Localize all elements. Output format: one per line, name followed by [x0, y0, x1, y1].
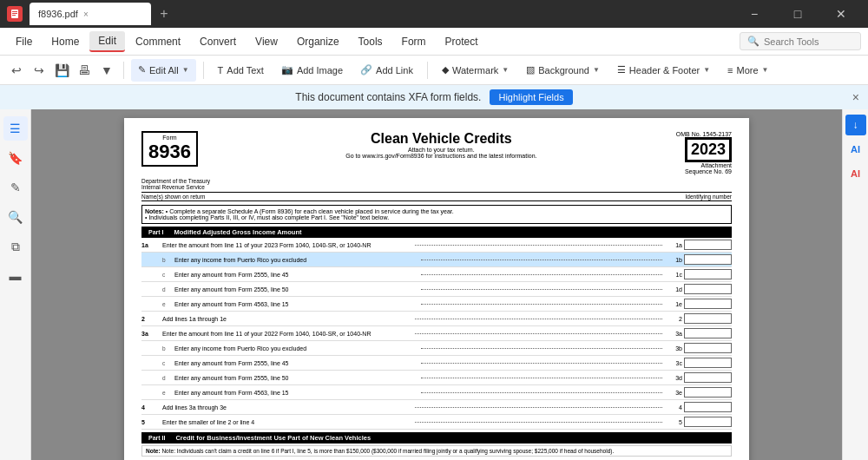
row-1c-ref: 1c — [667, 272, 682, 278]
menu-file[interactable]: File — [7, 32, 41, 51]
row-3b-sub: b — [162, 345, 173, 352]
tax-year: 2023 — [685, 137, 732, 162]
minimize-button[interactable]: − — [734, 0, 774, 28]
edit-all-button[interactable]: ✎ Edit All ▼ — [131, 59, 196, 82]
active-tab[interactable]: f8936.pdf × — [30, 3, 151, 25]
xfa-banner: This document contains XFA form fields. … — [0, 85, 868, 109]
row-1d-sub: d — [162, 286, 173, 292]
form-dept-row: Department of the Treasury Internal Reve… — [141, 178, 732, 190]
tab-label: f8936.pdf — [38, 9, 78, 19]
row-1a: 1a Enter the amount from line 11 of your… — [141, 238, 732, 253]
sidebar-icon-pages[interactable]: ▬ — [3, 264, 28, 288]
row-3c-sub: c — [162, 360, 173, 366]
row-1a-desc: Enter the amount from line 11 of your 20… — [162, 242, 411, 248]
ai-icon-blue[interactable]: AI — [845, 139, 866, 160]
form-number-box: Form 8936 — [141, 131, 198, 167]
redo-button[interactable]: ↪ — [30, 61, 49, 80]
menu-view[interactable]: View — [247, 32, 286, 51]
svg-rect-1 — [12, 11, 17, 12]
row-3e-sub: e — [162, 390, 173, 396]
notes-item-1: • Individuals completing Parts II, III, … — [145, 214, 389, 220]
maximize-button[interactable]: □ — [778, 0, 818, 28]
part-i-header: Part I Modified Adjusted Gross Income Am… — [141, 227, 732, 238]
add-image-button[interactable]: 📷 Add Image — [274, 59, 350, 82]
search-box[interactable]: 🔍 — [740, 32, 861, 50]
toolbar-separator-3 — [427, 62, 428, 79]
print-button[interactable]: 🖶 — [75, 61, 94, 80]
toolbar: ↩ ↪ 💾 🖶 ▼ ✎ Edit All ▼ T Add Text 📷 Add … — [0, 56, 868, 85]
download-icon[interactable]: ↓ — [845, 115, 866, 135]
row-3d-field[interactable] — [684, 372, 732, 383]
row-5-num: 5 — [141, 419, 161, 425]
add-text-button[interactable]: T Add Text — [211, 59, 271, 82]
watermark-dropdown-icon: ▼ — [502, 66, 509, 74]
menu-tools[interactable]: Tools — [350, 32, 391, 51]
close-button[interactable]: ✕ — [821, 0, 861, 28]
svg-rect-3 — [12, 15, 16, 16]
row-1b-desc: Enter any income from Puerto Rico you ex… — [174, 257, 417, 263]
sequence-label: Sequence No. 69 — [676, 168, 732, 174]
undo-button[interactable]: ↩ — [7, 61, 26, 80]
highlight-fields-button[interactable]: Highlight Fields — [490, 89, 572, 105]
row-4-num: 4 — [141, 404, 161, 411]
row-5: 5 Enter the smaller of line 2 or line 4 … — [141, 415, 732, 430]
row-3c-field[interactable] — [684, 358, 732, 368]
new-tab-button[interactable]: + — [155, 4, 174, 23]
form-number: 8936 — [148, 141, 191, 163]
row-4-field[interactable] — [684, 402, 732, 412]
row-5-field[interactable] — [684, 417, 732, 427]
menu-convert[interactable]: Convert — [191, 32, 245, 51]
row-1a-num: 1a — [141, 242, 161, 248]
row-3b-field[interactable] — [684, 343, 732, 353]
row-1a-field[interactable] — [684, 240, 732, 250]
dept-info: Department of the Treasury Internal Reve… — [141, 178, 210, 190]
banner-close-button[interactable]: × — [852, 90, 859, 104]
add-link-button[interactable]: 🔗 Add Link — [353, 59, 420, 82]
form-subtitle: Attach to your tax return. — [207, 147, 676, 153]
search-input[interactable] — [764, 36, 853, 47]
row-1c-desc: Enter any amount from Form 2555, line 45 — [174, 272, 417, 278]
background-button[interactable]: ▧ Background ▼ — [519, 59, 607, 82]
row-1e-ref: 1e — [667, 301, 682, 307]
app-icon — [7, 6, 23, 22]
menu-organize[interactable]: Organize — [288, 32, 348, 51]
part-i-label: Part I — [145, 228, 168, 236]
sidebar-icon-edit[interactable]: ✎ — [3, 175, 28, 200]
row-3a-field[interactable] — [684, 328, 732, 338]
dept-label: Department of the Treasury — [141, 178, 210, 184]
more-icon: ≡ — [727, 65, 733, 76]
sidebar-icon-menu[interactable]: ☰ — [3, 116, 28, 141]
row-2-field[interactable] — [684, 313, 732, 324]
name-row: Name(s) shown on return Identifying numb… — [141, 192, 732, 201]
watermark-button[interactable]: ◆ Watermark ▼ — [435, 59, 516, 82]
row-1b-field[interactable] — [684, 254, 732, 265]
row-1c-field[interactable] — [684, 269, 732, 279]
menu-protect[interactable]: Protect — [437, 32, 487, 51]
header-footer-button[interactable]: ☰ Header & Footer ▼ — [610, 59, 717, 82]
pdf-scroll-area[interactable]: Form 8936 Clean Vehicle Credits Attach t… — [31, 109, 842, 460]
row-1d-field[interactable] — [684, 284, 732, 294]
more-dropdown-icon: ▼ — [762, 66, 769, 74]
search-icon: 🔍 — [747, 36, 760, 47]
save-button[interactable]: 💾 — [52, 61, 71, 80]
menu-home[interactable]: Home — [43, 32, 88, 51]
row-5-ref: 5 — [667, 419, 682, 425]
sidebar-icon-search[interactable]: 🔍 — [3, 205, 28, 229]
tab-area: f8936.pdf × + — [30, 3, 727, 25]
more-button[interactable]: ≡ More ▼ — [720, 59, 775, 82]
row-3e-field[interactable] — [684, 387, 732, 398]
row-1e-field[interactable] — [684, 299, 732, 309]
row-4: 4 Add lines 3a through 3e 4 — [141, 400, 732, 415]
background-icon: ▧ — [526, 64, 535, 76]
more-nav-button[interactable]: ▼ — [97, 61, 116, 80]
menu-comment[interactable]: Comment — [127, 32, 189, 51]
add-link-icon: 🔗 — [360, 64, 372, 76]
tab-close-btn[interactable]: × — [83, 10, 89, 19]
sidebar-icon-layers[interactable]: ⧉ — [3, 234, 28, 259]
ai-icon-red[interactable]: AI — [845, 163, 866, 184]
sidebar-icon-bookmark[interactable]: 🔖 — [3, 146, 28, 170]
main-layout: ☰ 🔖 ✎ 🔍 ⧉ ▬ Form 8936 Clean Vehicle Cred… — [0, 109, 868, 460]
menu-edit[interactable]: Edit — [89, 31, 125, 52]
pdf-area: Form 8936 Clean Vehicle Credits Attach t… — [31, 109, 842, 460]
menu-form[interactable]: Form — [393, 32, 435, 51]
